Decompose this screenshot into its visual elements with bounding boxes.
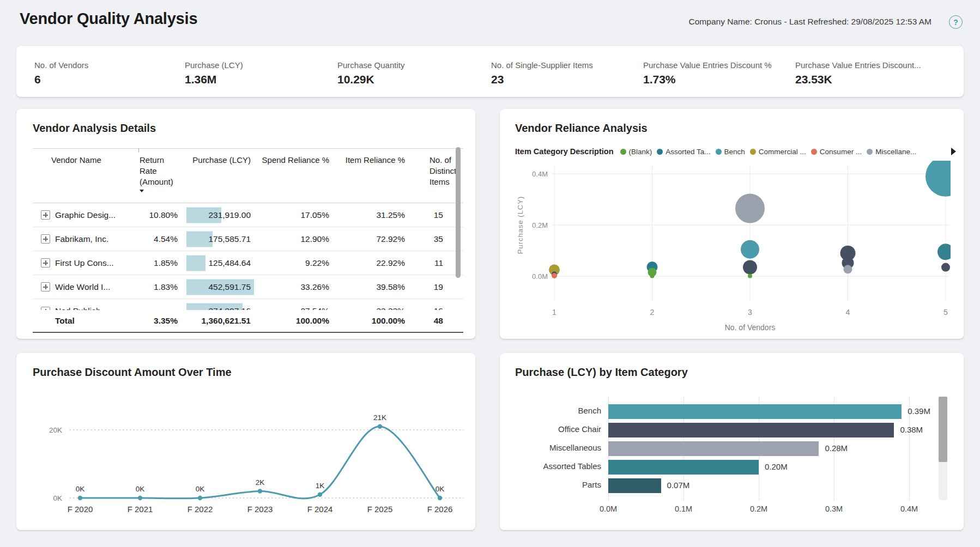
line-data-point[interactable] bbox=[438, 496, 442, 500]
return-rate-cell: 1.85% bbox=[138, 258, 181, 268]
distinct-items-cell: 35 bbox=[409, 234, 463, 244]
card-title: Purchase (LCY) by Item Category bbox=[515, 366, 688, 379]
legend-item-assorted-tables[interactable]: Assorted Ta... bbox=[657, 148, 710, 156]
x-axis-tick-label: F 2024 bbox=[307, 505, 333, 514]
scatter-bubble[interactable] bbox=[844, 265, 852, 274]
category-label: Assorted Tables bbox=[515, 461, 601, 471]
scatter-bubble[interactable] bbox=[925, 161, 964, 197]
purchase-cell: 374,897.16 bbox=[181, 299, 254, 310]
data-label: 21K bbox=[373, 414, 386, 422]
distinct-items-cell: 19 bbox=[409, 282, 463, 292]
column-header-item-reliance[interactable]: Item Reliance % bbox=[332, 155, 409, 166]
spend-reliance-cell: 12.90% bbox=[254, 234, 332, 244]
legend-scroll-right-icon[interactable] bbox=[951, 148, 956, 155]
total-return-rate: 3.35% bbox=[138, 316, 181, 326]
bar-office-chair[interactable] bbox=[608, 423, 894, 437]
bar-chart-scrollbar[interactable] bbox=[939, 397, 947, 500]
table-row[interactable]: Graphic Desig... 10.80% 231,919.00 17.05… bbox=[33, 203, 463, 227]
legend-item-commercial[interactable]: Commercial ... bbox=[750, 148, 806, 156]
column-header-purchase-lcy[interactable]: Purchase (LCY) bbox=[181, 155, 254, 166]
kpi-label: Purchase (LCY) bbox=[185, 60, 243, 70]
bubble-layer bbox=[549, 161, 964, 278]
x-axis-tick-label: 5 bbox=[943, 308, 948, 317]
expand-row-icon[interactable] bbox=[41, 210, 50, 220]
scatter-bubble[interactable] bbox=[748, 274, 752, 278]
scatter-bubble[interactable] bbox=[941, 263, 950, 272]
item-reliance-cell: 22.92% bbox=[332, 258, 409, 268]
item-reliance-cell: 72.92% bbox=[332, 234, 409, 244]
vendor-name-cell: Wide World I... bbox=[51, 282, 138, 292]
return-rate-cell: 4.54% bbox=[138, 234, 181, 244]
table-scrollbar-thumb[interactable] bbox=[456, 147, 461, 278]
data-label: 0.39M bbox=[908, 406, 930, 416]
data-label: 0K bbox=[196, 485, 205, 493]
legend-item-bench[interactable]: Bench bbox=[716, 148, 745, 156]
legend-item-blank[interactable]: (Blank) bbox=[620, 148, 652, 156]
column-header-distinct-items[interactable]: No. of Distinct Items bbox=[409, 155, 463, 187]
bar-parts[interactable] bbox=[608, 478, 661, 493]
table-scrollbar[interactable] bbox=[456, 147, 461, 327]
table-row[interactable]: Wide World I... 1.83% 452,591.75 33.26% … bbox=[33, 275, 463, 299]
x-axis-tick-label: F 2026 bbox=[427, 505, 453, 514]
table-row[interactable]: First Up Cons... 1.85% 125,484.64 9.22% … bbox=[33, 251, 463, 275]
x-axis-tick-label: 0.1M bbox=[666, 505, 701, 513]
expand-row-icon[interactable] bbox=[41, 234, 50, 244]
bar-chart-scrollbar-thumb[interactable] bbox=[939, 397, 947, 462]
scatter-bubble[interactable] bbox=[735, 193, 765, 223]
legend-dot-icon bbox=[620, 149, 626, 155]
bar-miscellaneous[interactable] bbox=[608, 441, 819, 456]
x-axis-tick-label: 4 bbox=[846, 308, 850, 317]
expand-row-icon[interactable] bbox=[41, 282, 50, 291]
x-axis-tick-label: F 2022 bbox=[187, 505, 213, 514]
table-row[interactable]: Fabrikam, Inc. 4.54% 175,585.71 12.90% 7… bbox=[33, 227, 463, 251]
legend-item-miscellaneous[interactable]: Miscellane... bbox=[867, 148, 916, 156]
scatter-bubble[interactable] bbox=[552, 273, 557, 278]
purchase-cell: 175,585.71 bbox=[181, 227, 254, 251]
total-purchase: 1,360,621.51 bbox=[181, 310, 254, 332]
scatter-bubble[interactable] bbox=[937, 244, 954, 260]
kpi-purchase-quantity: Purchase Quantity10.29K bbox=[337, 60, 404, 86]
expand-row-icon[interactable] bbox=[41, 258, 50, 268]
page-title: Vendor Quality Analysis bbox=[20, 10, 197, 28]
line-data-point[interactable] bbox=[378, 424, 382, 429]
legend-title: Item Category Description bbox=[515, 147, 614, 156]
column-header-spend-reliance[interactable]: Spend Reliance % bbox=[254, 155, 332, 166]
line-data-point[interactable] bbox=[318, 493, 322, 497]
line-data-point[interactable] bbox=[78, 496, 82, 500]
expand-row-icon[interactable] bbox=[41, 307, 50, 311]
line-data-point[interactable] bbox=[138, 496, 142, 500]
scatter-bubble[interactable] bbox=[741, 240, 759, 259]
line-series-path bbox=[80, 427, 440, 499]
column-header-vendor-name[interactable]: Vendor Name bbox=[51, 155, 138, 166]
total-distinct-items: 48 bbox=[409, 316, 463, 326]
return-rate-cell: 10.80% bbox=[138, 210, 181, 220]
line-data-point[interactable] bbox=[258, 489, 262, 493]
bar-assorted-tables[interactable] bbox=[608, 460, 759, 475]
data-label: 0.28M bbox=[825, 443, 848, 453]
purchase-discount-line-chart: 0K20K0KF 20200KF 20210KF 20222KF 20231KF… bbox=[16, 391, 475, 530]
kpi-single-supplier-items: No. of Single-Supplier Items23 bbox=[491, 60, 593, 86]
scatter-bubble[interactable] bbox=[743, 260, 757, 275]
bar-bench[interactable] bbox=[608, 404, 902, 419]
kpi-label: No. of Vendors bbox=[34, 60, 88, 70]
legend-item-consumer[interactable]: Consumer ... bbox=[811, 148, 862, 156]
total-item-reliance: 100.00% bbox=[332, 316, 409, 326]
kpi-value: 23 bbox=[491, 73, 593, 86]
x-axis-tick-label: 1 bbox=[552, 308, 556, 317]
table-row[interactable]: Nod Publish... 374,897.16 27.54% 33.33% … bbox=[33, 299, 463, 310]
x-axis-tick-label: 2 bbox=[650, 308, 655, 317]
table-total-row: Total 3.35% 1,360,621.51 100.00% 100.00%… bbox=[33, 310, 463, 333]
card-title: Vendor Reliance Analysis bbox=[515, 122, 648, 135]
category-label: Bench bbox=[515, 406, 601, 415]
y-axis-tick-label: 0.4M bbox=[532, 170, 548, 178]
column-header-return-rate[interactable]: Return Rate (Amount) bbox=[138, 155, 181, 192]
line-data-point[interactable] bbox=[198, 496, 202, 500]
column-divider-tick bbox=[138, 148, 139, 152]
help-icon[interactable]: ? bbox=[949, 15, 963, 29]
item-reliance-cell: 33.33% bbox=[332, 306, 409, 310]
purchase-discount-over-time-card: Purchase Discount Amount Over Time 0K20K… bbox=[16, 353, 475, 530]
spend-reliance-cell: 33.26% bbox=[254, 282, 332, 292]
scatter-bubble[interactable] bbox=[650, 274, 655, 278]
vendor-analysis-details-card: Vendor Analysis Details Vendor Name Retu… bbox=[16, 109, 475, 339]
category-label: Office Chair bbox=[515, 424, 601, 434]
